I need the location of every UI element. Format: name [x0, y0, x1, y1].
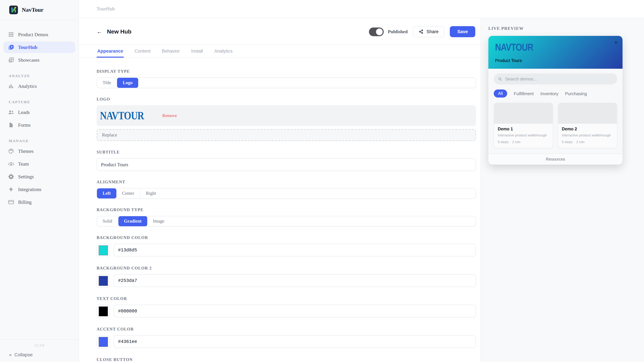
sidebar-item-leads[interactable]: Leads	[3, 107, 75, 118]
published-toggle[interactable]	[369, 27, 384, 36]
share-label: Share	[426, 29, 438, 34]
sidebar-item-label: Leads	[18, 109, 30, 115]
team-icon	[8, 161, 14, 167]
background-color-row: #13d8d5	[96, 244, 476, 257]
filter-fulfillment[interactable]: Fulfillment	[514, 91, 534, 96]
subtitle-label: SUBTITLE	[96, 150, 476, 155]
sidebar-item-integrations[interactable]: Integrations	[3, 184, 75, 195]
filter-purchasing[interactable]: Purchasing	[565, 91, 587, 96]
preview-widget: NAVTOUR Product Tours × Search demos...	[488, 36, 622, 165]
background-type-solid[interactable]: Solid	[97, 216, 118, 226]
background-color-2-row: #253da7	[96, 274, 476, 288]
sidebar-item-showcases[interactable]: Showcases	[3, 54, 75, 66]
sidebar-item-label: Showcases	[18, 57, 40, 63]
tab-bar: Appearance Content Behavior Install Anal…	[79, 45, 481, 58]
app-version: v2.3.0	[0, 343, 78, 348]
app-root: NavTour Product Demos	[0, 0, 644, 362]
layers-document-icon	[8, 57, 14, 63]
sidebar-item-team[interactable]: Team	[3, 158, 75, 170]
alignment-left[interactable]: Left	[97, 188, 116, 198]
accent-color-picker[interactable]	[96, 335, 110, 349]
replace-logo-dropzone[interactable]: Replace	[96, 129, 476, 141]
color-swatch	[98, 306, 108, 317]
background-color-input[interactable]: #13d8d5	[114, 244, 476, 256]
collapse-label: Collapse	[14, 352, 33, 357]
sidebar-nav: Product Demos TourHub	[0, 20, 78, 209]
display-type-segmented: Title Logo	[96, 77, 476, 88]
sidebar: NavTour Product Demos	[0, 0, 79, 362]
background-color-2-input[interactable]: #253da7	[114, 274, 476, 287]
text-color-input[interactable]: #000000	[114, 305, 476, 318]
remove-logo-link[interactable]: Remove	[162, 113, 177, 118]
demo-search-input[interactable]: Search demos...	[494, 73, 617, 84]
demo-duration: 2 min	[512, 140, 520, 144]
demo-thumbnail	[558, 103, 617, 124]
tab-install[interactable]: Install	[190, 45, 204, 58]
sidebar-item-label: Product Demos	[18, 32, 48, 37]
breadcrumb: TourHub	[96, 6, 115, 12]
color-swatch	[98, 245, 108, 255]
close-icon[interactable]: ×	[614, 39, 618, 45]
background-type-image[interactable]: Image	[147, 216, 170, 226]
share-button[interactable]: Share	[413, 26, 444, 37]
demo-title: Demo 1	[498, 127, 549, 131]
sidebar-item-themes[interactable]: Themes	[3, 145, 75, 157]
tab-behavior[interactable]: Behavior	[161, 45, 180, 58]
sidebar-item-label: Themes	[18, 148, 34, 154]
sidebar-item-settings[interactable]: Settings	[3, 171, 75, 182]
sidebar-item-label: Settings	[18, 174, 34, 179]
widget-logo: NAVTOUR	[495, 41, 533, 53]
accent-color-row: #4361ee	[96, 335, 476, 349]
sidebar-item-label: Analytics	[18, 83, 37, 89]
sidebar-item-analytics[interactable]: Analytics	[3, 80, 75, 92]
demo-card-2[interactable]: Demo 2 Interactive product walkthrough 5…	[558, 103, 617, 148]
sidebar-item-billing[interactable]: Billing	[3, 196, 75, 208]
collapse-button[interactable]: « Collapse	[0, 352, 78, 357]
accent-color-input[interactable]: #4361ee	[114, 335, 476, 348]
palette-icon	[8, 148, 14, 154]
alignment-center[interactable]: Center	[116, 188, 140, 198]
tab-appearance[interactable]: Appearance	[96, 45, 124, 58]
brand: NavTour	[0, 0, 78, 20]
background-color-2-picker[interactable]	[96, 274, 110, 288]
demo-grid: Demo 1 Interactive product walkthrough 5…	[494, 103, 617, 148]
header-actions: Published Share Save	[369, 26, 475, 37]
filter-all[interactable]: All	[494, 89, 507, 97]
text-color-picker[interactable]	[96, 305, 110, 318]
search-placeholder: Search demos...	[505, 76, 537, 81]
subtitle-input[interactable]: Product Tours	[96, 158, 476, 171]
logo-label: LOGO	[96, 97, 476, 102]
background-color-picker[interactable]	[96, 244, 110, 257]
demo-meta: 5 steps 2 min	[498, 140, 549, 144]
demo-meta: 5 steps 2 min	[562, 140, 613, 144]
save-button[interactable]: Save	[450, 26, 475, 37]
color-swatch	[98, 276, 108, 286]
background-type-gradient[interactable]: Gradient	[118, 216, 147, 226]
body-row: ← New Hub Published Share	[79, 18, 644, 362]
sidebar-item-label: Team	[18, 161, 29, 167]
people-icon	[8, 109, 14, 115]
topbar: TourHub	[79, 0, 644, 18]
appearance-form: DISPLAY TYPE Title Logo LOGO NAVTOUR Rem…	[79, 58, 481, 362]
close-button-label: CLOSE BUTTON	[96, 357, 476, 362]
sidebar-item-label: TourHub	[18, 44, 38, 50]
back-arrow-icon[interactable]: ←	[96, 28, 102, 35]
display-type-title[interactable]: Title	[97, 78, 117, 88]
sidebar-section-analyze: ANALYZE	[9, 74, 75, 78]
lightning-icon	[8, 186, 14, 192]
tab-content[interactable]: Content	[134, 45, 151, 58]
demo-card-1[interactable]: Demo 1 Interactive product walkthrough 5…	[494, 103, 553, 148]
file-icon	[8, 122, 14, 128]
sidebar-item-forms[interactable]: Forms	[3, 119, 75, 131]
sidebar-item-tourhub[interactable]: TourHub	[3, 41, 75, 53]
alignment-right[interactable]: Right	[140, 188, 162, 198]
sidebar-item-product-demos[interactable]: Product Demos	[3, 29, 75, 40]
resources-footer[interactable]: Resources	[488, 153, 622, 165]
chevrons-left-icon: «	[9, 352, 12, 357]
display-type-logo[interactable]: Logo	[117, 78, 138, 88]
tab-analytics[interactable]: Analytics	[214, 45, 233, 58]
display-type-label: DISPLAY TYPE	[96, 69, 476, 74]
color-swatch	[98, 337, 108, 347]
page-header: ← New Hub Published Share	[79, 18, 481, 45]
filter-inventory[interactable]: Inventory	[540, 91, 558, 96]
